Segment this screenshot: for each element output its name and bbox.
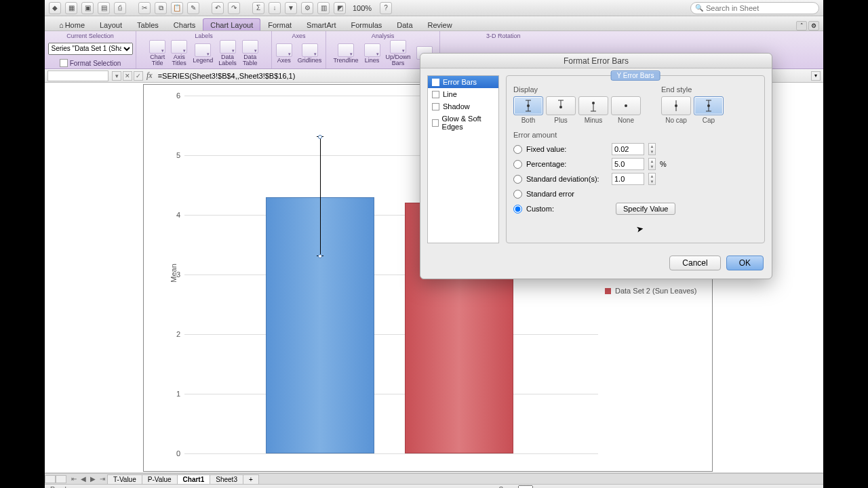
view-normal-icon[interactable] <box>45 475 56 483</box>
cancel-formula-icon[interactable]: ✕ <box>123 71 132 81</box>
spinner-percentage[interactable]: ▲▼ <box>648 158 656 170</box>
add-sheet-button[interactable]: + <box>243 474 259 484</box>
toolbox-icon[interactable]: ⚙ <box>301 2 313 14</box>
tab-charts[interactable]: Charts <box>166 18 203 30</box>
endstyle-section: End style No cap Cap <box>661 85 724 124</box>
tab-formulas[interactable]: Formulas <box>343 18 389 30</box>
tab-nav-last-icon[interactable]: ⇥ <box>98 474 107 484</box>
undo-icon[interactable]: ↶ <box>212 2 224 14</box>
y-error-bars-tab[interactable]: Y Error Bars <box>611 70 660 81</box>
chart-title-button[interactable]: Chart Title <box>147 39 167 67</box>
sheet-tab-sheet3[interactable]: Sheet3 <box>210 474 243 484</box>
new-icon[interactable]: ▦ <box>65 2 77 14</box>
tab-review[interactable]: Review <box>420 18 460 30</box>
sort-icon[interactable]: ↓ <box>269 2 281 14</box>
sidebar-item-error-bars[interactable]: Error Bars <box>428 76 498 88</box>
apple-icon[interactable]: ◆ <box>49 2 61 14</box>
legend-entry-2[interactable]: Data Set 2 (Sun Leaves) <box>605 287 696 295</box>
chart-element-selector[interactable]: Series "Data Set 1 (Shad… <box>48 43 133 55</box>
open-icon[interactable]: ▣ <box>81 2 94 14</box>
cancel-button[interactable]: Cancel <box>669 256 720 270</box>
radio-fixed-value[interactable] <box>513 145 522 154</box>
zoom-level[interactable]: 100% <box>353 4 372 12</box>
cut-icon[interactable]: ✂ <box>138 2 151 14</box>
ribbon-collapse-icon[interactable]: ˄ <box>796 21 807 30</box>
display-plus-button[interactable]: Plus <box>546 96 576 124</box>
input-std-dev[interactable] <box>612 173 644 185</box>
tab-layout[interactable]: Layout <box>92 18 130 30</box>
gridlines-button[interactable]: Gridlines <box>296 43 324 64</box>
chart-icon[interactable]: ▥ <box>317 2 330 14</box>
tab-smartart[interactable]: SmartArt <box>299 18 343 30</box>
sidebar-item-shadow[interactable]: Shadow <box>428 100 498 113</box>
tab-data[interactable]: Data <box>389 18 420 30</box>
data-labels-button[interactable]: Data Labels <box>216 39 239 67</box>
print-icon[interactable]: ⎙ <box>114 2 126 14</box>
display-none-button[interactable]: None <box>611 96 641 124</box>
error-bar-line[interactable] <box>320 137 321 256</box>
sheet-tab-tvalue[interactable]: T-Value <box>107 474 142 484</box>
endstyle-nocap-button[interactable]: No cap <box>661 96 691 124</box>
axis-titles-button[interactable]: Axis Titles <box>169 39 189 67</box>
radio-std-dev[interactable] <box>513 175 522 184</box>
nocap-icon <box>666 99 686 113</box>
formula-expand-icon[interactable]: ▾ <box>811 71 821 81</box>
endstyle-cap-button[interactable]: Cap <box>694 96 724 124</box>
specify-value-button[interactable]: Specify Value <box>616 203 675 215</box>
format-selection-button[interactable]: Format Selection <box>60 59 121 67</box>
namebox-dropdown-icon[interactable]: ▾ <box>112 71 121 81</box>
input-fixed-value[interactable] <box>612 143 644 155</box>
display-both-button[interactable]: Both <box>513 96 543 124</box>
radio-custom[interactable] <box>513 205 522 214</box>
search-input[interactable] <box>706 4 808 12</box>
ok-button[interactable]: OK <box>726 256 764 270</box>
filter-icon[interactable]: ▼ <box>285 2 297 14</box>
copy-icon[interactable]: ⧉ <box>155 2 167 14</box>
shadow-sidebar-icon <box>432 103 439 110</box>
tab-nav-prev-icon[interactable]: ◀ <box>79 474 88 484</box>
input-percentage[interactable] <box>612 158 644 170</box>
data-table-button[interactable]: Data Table <box>240 39 260 67</box>
status-sum[interactable]: Sum= <box>499 485 533 489</box>
error-bar-handle-bottom[interactable] <box>318 254 322 258</box>
sidebar-item-line[interactable]: Line <box>428 88 498 100</box>
tab-format[interactable]: Format <box>260 18 299 30</box>
tab-nav-first-icon[interactable]: ⇤ <box>69 474 79 484</box>
view-layout-icon[interactable] <box>56 475 66 483</box>
legend-button[interactable]: Legend <box>191 43 215 64</box>
format-painter-icon[interactable]: ✎ <box>187 2 199 14</box>
lines-button[interactable]: Lines <box>362 43 382 64</box>
sheet-tab-pvalue[interactable]: P-Value <box>142 474 178 484</box>
help-icon[interactable]: ? <box>380 2 392 14</box>
tab-nav-next-icon[interactable]: ▶ <box>88 474 98 484</box>
spinner-fixed-value[interactable]: ▲▼ <box>648 143 656 155</box>
group-header: Current Selection <box>66 33 114 39</box>
tab-chart-layout[interactable]: Chart Layout <box>203 18 260 30</box>
save-icon[interactable]: ▤ <box>98 2 110 14</box>
trendline-button[interactable]: Trendline <box>331 43 360 64</box>
paste-icon[interactable]: 📋 <box>171 2 183 14</box>
axes-button[interactable]: Axes <box>274 43 294 64</box>
data-table-icon <box>242 40 258 54</box>
status-sum-dropdown[interactable] <box>518 485 533 489</box>
ribbon-settings-icon[interactable]: ⚙ <box>808 21 819 30</box>
autosum-icon[interactable]: Σ <box>252 2 264 14</box>
updown-bars-button[interactable]: Up/Down Bars <box>384 39 413 67</box>
tab-home[interactable]: ⌂Home <box>52 18 92 30</box>
accept-formula-icon[interactable]: ✓ <box>134 71 143 81</box>
display-minus-button[interactable]: Minus <box>578 96 608 124</box>
radio-percentage[interactable] <box>513 160 522 169</box>
error-bar-handle-top[interactable] <box>318 135 322 139</box>
spinner-std-dev[interactable]: ▲▼ <box>648 173 656 185</box>
redo-icon[interactable]: ↷ <box>228 2 240 14</box>
tab-tables[interactable]: Tables <box>130 18 166 30</box>
media-icon[interactable]: ◩ <box>334 2 346 14</box>
fx-icon[interactable]: fx <box>146 70 153 81</box>
sheet-tab-chart1[interactable]: Chart1 <box>177 474 211 484</box>
bar-series-1[interactable] <box>266 197 374 453</box>
name-box[interactable] <box>47 70 108 81</box>
sidebar-item-glow[interactable]: Glow & Soft Edges <box>428 113 498 133</box>
radio-std-error[interactable] <box>513 190 522 199</box>
search-box[interactable]: 🔍 <box>690 2 819 14</box>
row-fixed-value: Fixed value: ▲▼ <box>513 142 757 157</box>
